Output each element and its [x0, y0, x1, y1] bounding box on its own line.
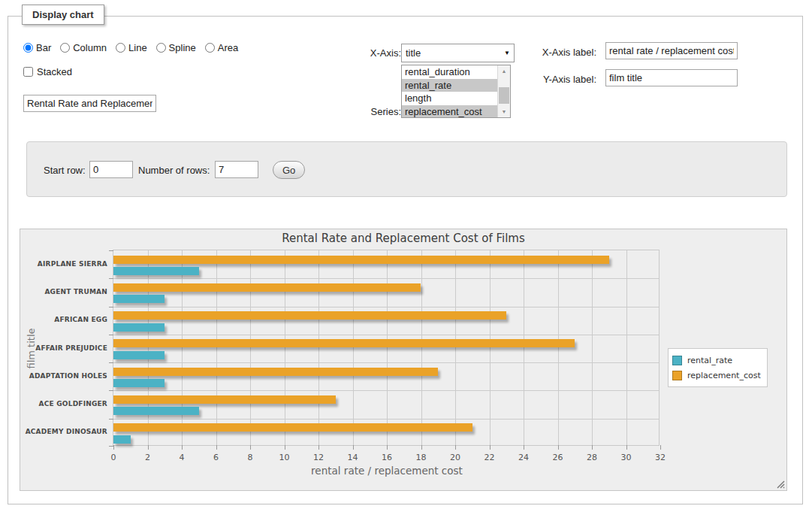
start-row-input[interactable]: [89, 161, 133, 178]
x-tick-label-16: 16: [382, 453, 392, 462]
chart-type-column[interactable]: Column: [60, 42, 107, 53]
chart-type-radio-column[interactable]: [60, 43, 70, 53]
x-tick-mark-30: [626, 445, 627, 450]
x-tick-label-8: 8: [248, 453, 253, 462]
x-tick-label-10: 10: [279, 453, 290, 462]
gridline-y-4: [113, 362, 659, 363]
gridline-x-22: [490, 250, 491, 445]
bar-rental_rate-2: [113, 323, 165, 332]
x-tick-mark-6: [216, 445, 217, 450]
x-tick-mark-28: [592, 445, 593, 450]
stacked-option[interactable]: Stacked: [23, 66, 72, 77]
x-tick-mark-0: [113, 445, 114, 450]
x-tick-label-20: 20: [450, 453, 460, 462]
gridline-x-18: [421, 250, 422, 445]
bar-rental_rate-4: [113, 379, 165, 387]
gridline-x-14: [353, 250, 354, 445]
x-tick-mark-8: [250, 445, 251, 450]
x-tick-mark-16: [387, 445, 388, 450]
number-of-rows-label: Number of rows:: [138, 165, 210, 176]
bar-replacement_cost-1: [113, 283, 421, 292]
gridline-y-1: [113, 278, 659, 279]
resize-handle-icon[interactable]: [774, 478, 785, 489]
x-tick-mark-24: [524, 445, 524, 450]
series-label: Series:: [345, 106, 401, 117]
gridline-y-3: [113, 335, 659, 335]
y-axis-label-label: Y-Axis label:: [521, 74, 596, 85]
chart-type-label-line: Line: [128, 42, 147, 53]
x-tick-label-18: 18: [416, 453, 427, 462]
bar-replacement_cost-0: [113, 256, 609, 264]
chart-type-radio-area[interactable]: [205, 43, 215, 53]
gridline-x-6: [216, 250, 217, 445]
x-tick-mark-32: [660, 445, 661, 450]
category-label-5: ACE GOLDFINGER: [16, 400, 107, 407]
stacked-label: Stacked: [37, 66, 72, 77]
chart-type-bar[interactable]: Bar: [23, 42, 51, 53]
y-axis-title: film title: [26, 317, 37, 380]
x-tick-mark-18: [421, 445, 422, 450]
scroll-up-icon[interactable]: ▲: [498, 65, 510, 77]
gridline-x-2: [148, 250, 149, 445]
legend-item-replacement_cost: replacement_cost: [672, 368, 761, 383]
bar-replacement_cost-4: [113, 368, 438, 376]
gridline-x-8: [250, 250, 251, 445]
category-label-0: AIRPLANE SIERRA: [16, 260, 107, 268]
x-tick-label-6: 6: [213, 453, 219, 462]
go-button[interactable]: Go: [273, 161, 305, 179]
bar-rental_rate-5: [113, 407, 199, 415]
y-tick-mark-1: [109, 278, 113, 279]
legend-label-rental_rate: rental_rate: [687, 356, 732, 365]
chart-type-radio-bar[interactable]: [23, 43, 33, 53]
category-label-6: ACADEMY DINOSAUR: [16, 428, 107, 435]
x-axis-select-label: X-Axis:: [345, 47, 401, 59]
chart-type-line[interactable]: Line: [116, 42, 147, 53]
series-option-rental_duration[interactable]: rental_duration: [402, 65, 497, 79]
chart-container: Rental Rate and Replacement Cost of Film…: [20, 229, 787, 491]
stacked-checkbox[interactable]: [23, 67, 33, 77]
series-option-length[interactable]: length: [402, 92, 497, 105]
x-tick-mark-14: [353, 445, 354, 450]
x-axis-label-input[interactable]: [605, 42, 738, 59]
bar-rental_rate-3: [113, 351, 165, 359]
plot-area: 02468101214161820222426283032AIRPLANE SI…: [113, 250, 660, 446]
chart-type-radio-line[interactable]: [116, 43, 125, 53]
bar-replacement_cost-2: [113, 311, 506, 320]
series-option-rental_rate[interactable]: rental_rate: [402, 79, 497, 92]
x-tick-label-12: 12: [313, 453, 324, 462]
x-tick-mark-26: [558, 445, 559, 450]
gridline-x-28: [592, 250, 593, 445]
x-axis-select[interactable]: title: [401, 44, 515, 62]
y-tick-mark-6: [109, 419, 113, 420]
bar-rental_rate-6: [113, 435, 131, 444]
gridline-x-30: [626, 250, 627, 445]
chart-type-label-bar: Bar: [36, 42, 51, 53]
series-scrollbar[interactable]: ▲ ▼: [497, 65, 510, 117]
gridline-x-20: [455, 250, 456, 445]
x-tick-label-0: 0: [111, 453, 116, 462]
number-of-rows-input[interactable]: [215, 161, 258, 178]
scroll-down-icon[interactable]: ▼: [498, 106, 510, 117]
scrollbar-thumb[interactable]: [499, 87, 509, 104]
bar-rental_rate-1: [113, 295, 165, 303]
x-tick-label-26: 26: [553, 453, 563, 462]
x-tick-mark-4: [182, 445, 183, 450]
display-chart-fieldset: Display chart BarColumnLineSplineArea St…: [8, 16, 803, 504]
y-axis-label-input[interactable]: [605, 69, 738, 86]
x-tick-mark-20: [455, 445, 456, 450]
x-tick-mark-10: [285, 445, 285, 450]
gridline-y-5: [113, 390, 659, 391]
series-listbox[interactable]: rental_durationrental_ratelengthreplacem…: [401, 65, 511, 118]
chart-title: Rental Rate and Replacement Cost of Film…: [20, 232, 786, 245]
x-tick-label-32: 32: [655, 453, 666, 462]
chart-type-radio-spline[interactable]: [156, 43, 166, 53]
page: Display chart BarColumnLineSplineArea St…: [0, 0, 812, 512]
x-tick-label-4: 4: [180, 453, 185, 462]
chart-type-spline[interactable]: Spline: [156, 42, 196, 53]
chart-title-input[interactable]: [23, 95, 156, 112]
y-tick-mark-7: [109, 446, 113, 447]
x-axis-select-wrap: title ▼: [401, 44, 515, 62]
series-option-replacement_cost[interactable]: replacement_cost: [402, 105, 497, 118]
y-tick-mark-4: [109, 362, 113, 363]
chart-type-area[interactable]: Area: [205, 42, 238, 53]
